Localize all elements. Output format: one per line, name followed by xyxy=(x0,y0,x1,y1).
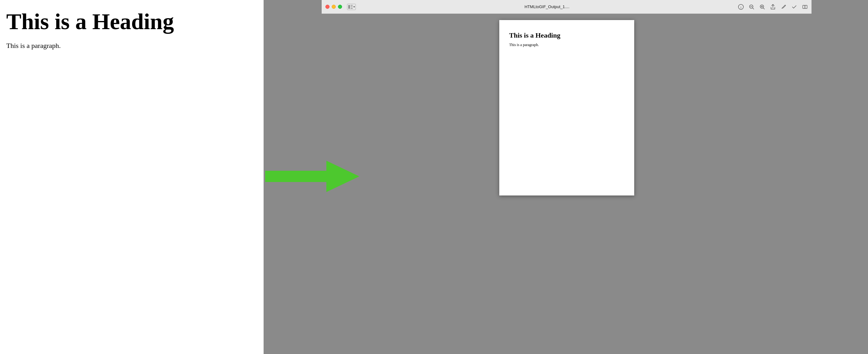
source-heading: This is a Heading xyxy=(6,9,257,34)
share-icon[interactable] xyxy=(770,4,776,10)
zoom-in-icon[interactable] xyxy=(760,4,765,10)
svg-text:i: i xyxy=(740,5,741,9)
svg-rect-4 xyxy=(350,8,353,9)
svg-rect-15 xyxy=(805,5,807,8)
close-button[interactable] xyxy=(326,5,330,9)
pdf-paragraph: This is a paragraph. xyxy=(509,43,624,47)
svg-rect-3 xyxy=(350,7,353,7)
fullscreen-button[interactable] xyxy=(338,5,342,9)
source-paragraph: This is a paragraph. xyxy=(6,42,257,50)
pdf-heading: This is a Heading xyxy=(509,31,624,39)
svg-rect-2 xyxy=(350,5,353,6)
svg-line-9 xyxy=(753,8,754,9)
titlebar-toolbar: i xyxy=(738,4,808,10)
zoom-out-icon[interactable] xyxy=(749,4,754,10)
resize-icon[interactable] xyxy=(802,4,808,10)
html-source-panel: This is a Heading This is a paragraph. xyxy=(0,0,264,354)
info-icon[interactable]: i xyxy=(738,4,744,10)
sidebar-chevron-icon: ▾ xyxy=(353,5,355,8)
arrow-indicator xyxy=(265,157,359,197)
sidebar-toggle-button[interactable]: ▾ xyxy=(347,4,356,10)
markup-icon[interactable] xyxy=(781,4,786,10)
middle-divider xyxy=(264,0,322,354)
traffic-lights xyxy=(326,5,342,9)
titlebar: ▾ HTMLtoGIF_Output_1.... i xyxy=(322,0,811,14)
preview-window: ▾ HTMLtoGIF_Output_1.... i xyxy=(322,0,811,354)
window-title: HTMLtoGIF_Output_1.... xyxy=(359,4,736,9)
svg-marker-0 xyxy=(265,161,359,192)
minimize-button[interactable] xyxy=(332,5,336,9)
svg-rect-1 xyxy=(348,5,350,9)
svg-rect-14 xyxy=(803,5,805,8)
pdf-page: This is a Heading This is a paragraph. xyxy=(499,20,634,196)
right-gray-strip xyxy=(811,0,868,354)
svg-line-13 xyxy=(764,8,765,9)
preview-content-area: This is a Heading This is a paragraph. xyxy=(322,14,811,354)
checkmark-icon xyxy=(792,4,797,10)
